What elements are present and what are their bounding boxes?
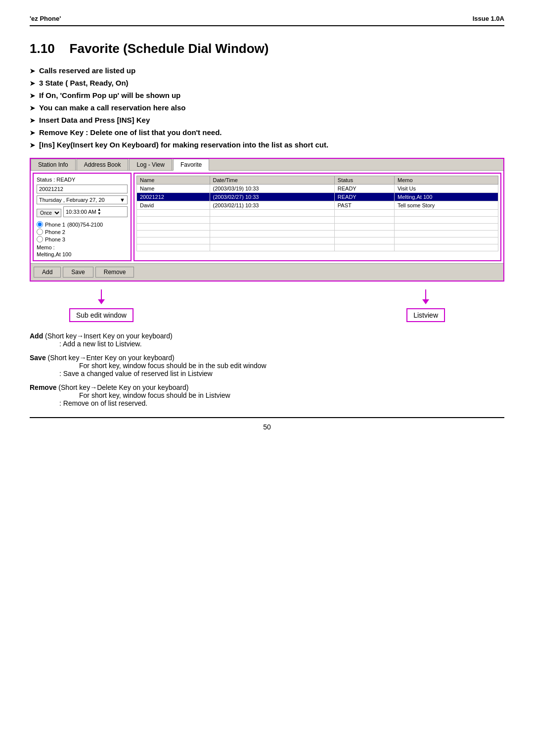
bullet-item-7: [Ins] Key(Insert key On Keyboard) for ma… xyxy=(30,141,504,149)
cell-memo: Melting,At 100 xyxy=(394,193,498,201)
cell-memo: Visit Us xyxy=(394,185,498,193)
section-number: 1.10 xyxy=(30,41,55,56)
time-spinner[interactable]: ▲▼ xyxy=(97,208,101,216)
cell-status: PAST xyxy=(334,201,394,210)
once-select[interactable]: Once xyxy=(37,209,61,217)
desc-add-line1: : Add a new list to Listview. xyxy=(30,340,504,348)
radio-group: Phone 1 (800)754-2100 Phone 2 Phone 3 xyxy=(37,221,128,242)
desc-add: Add (Short key→Insert Key on your keyboa… xyxy=(30,332,504,348)
bullet-list: Calls reserved are listed up 3 State ( P… xyxy=(30,66,504,149)
radio-phone1[interactable]: Phone 1 (800)754-2100 xyxy=(37,221,128,228)
desc-save-line1: For short key, window focus should be in… xyxy=(30,362,504,370)
bullet-item-4: You can make a call reservation here als… xyxy=(30,103,504,112)
sub-edit-label: Sub edit window xyxy=(69,308,134,322)
bullet-item-1: Calls reserved are listed up xyxy=(30,66,504,75)
remove-button[interactable]: Remove xyxy=(95,267,134,278)
left-panel: Status : READY Thursday , February 27, 2… xyxy=(33,173,132,261)
radio-phone3[interactable]: Phone 3 xyxy=(37,236,128,242)
section-heading: Favorite (Schedule Dial Window) xyxy=(70,41,269,56)
phone1-radio[interactable] xyxy=(37,221,43,228)
page-number: 50 xyxy=(30,423,504,431)
cell-status: READY xyxy=(334,193,394,201)
diagram-container: Station Info Address Book Log - View Fav… xyxy=(30,158,504,282)
desc-add-shortkey: (Short key→Insert Key on your keyboard) xyxy=(45,332,173,340)
phone2-radio[interactable] xyxy=(37,229,43,235)
phone3-label: Phone 3 xyxy=(45,236,65,242)
phone3-radio[interactable] xyxy=(37,236,43,242)
desc-remove-shortkey: (Short key→Delete Key on your keyboard) xyxy=(58,383,188,391)
add-button[interactable]: Add xyxy=(34,267,61,278)
desc-remove: Remove (Short key→Delete Key on your key… xyxy=(30,383,504,407)
table-row-empty xyxy=(137,217,498,224)
bullet-item-2: 3 State ( Past, Ready, On) xyxy=(30,79,504,87)
table-header-row: Name Date/Time Status Memo xyxy=(137,176,498,185)
col-status: Status xyxy=(334,176,394,185)
radio-phone2[interactable]: Phone 2 xyxy=(37,229,128,235)
desc-save-shortkey: (Short key→Enter Key on your keyboard) xyxy=(48,354,175,362)
date-text: Thursday , February 27, 20 xyxy=(39,197,105,203)
bullet-item-3: If On, 'Confirm Pop up' will be shown up xyxy=(30,91,504,99)
date-field: Thursday , February 27, 20 ▼ xyxy=(37,195,128,204)
cell-name: David xyxy=(137,201,210,210)
phone-number-input[interactable] xyxy=(37,185,128,193)
desc-remove-key: Remove xyxy=(30,383,56,391)
table-row[interactable]: 20021212(2003/02/27) 10:33READYMelting,A… xyxy=(137,193,498,201)
cell-name: Name xyxy=(137,185,210,193)
diagram-body: Status : READY Thursday , February 27, 2… xyxy=(31,171,503,263)
list-table: Name Date/Time Status Memo Name(2003/03/… xyxy=(136,176,498,251)
desc-save-key: Save xyxy=(30,354,46,362)
header-right: Issue 1.0A xyxy=(473,15,504,22)
bullet-item-5: Insert Data and Press [INS] Key xyxy=(30,116,504,124)
table-row[interactable]: Name(2003/03/19) 10:33READYVisit Us xyxy=(137,185,498,193)
status-bar: Status : READY xyxy=(37,177,128,183)
sub-edit-annotation: Sub edit window xyxy=(69,289,134,322)
cell-memo: Tell some Story xyxy=(394,201,498,210)
listview-annotation: Listview xyxy=(406,289,445,322)
desc-remove-line2: : Remove on of list reserved. xyxy=(30,399,504,407)
time-text: 10:33:00 AM xyxy=(66,209,96,215)
table-row-empty xyxy=(137,224,498,231)
tab-address-book[interactable]: Address Book xyxy=(77,159,129,170)
bullet-item-6: Remove Key : Delete one of list that you… xyxy=(30,128,504,137)
col-memo: Memo xyxy=(394,176,498,185)
save-button[interactable]: Save xyxy=(63,267,93,278)
dropdown-icon[interactable]: ▼ xyxy=(120,197,125,203)
tab-log-view[interactable]: Log - View xyxy=(129,159,172,170)
header-left: 'ez Phone' xyxy=(30,15,61,22)
table-row-empty xyxy=(137,237,498,244)
buttons-row: Add Save Remove xyxy=(31,263,503,281)
memo-value: Melting,At 100 xyxy=(37,251,128,257)
time-field: 10:33:00 AM ▲▼ xyxy=(63,206,128,217)
phone1-label: Phone 1 xyxy=(45,222,65,228)
table-row-empty xyxy=(137,210,498,217)
table-row[interactable]: David(2003/02/11) 10:33PASTTell some Sto… xyxy=(137,201,498,210)
col-datetime: Date/Time xyxy=(210,176,334,185)
cell-name: 20021212 xyxy=(137,193,210,201)
phone2-label: Phone 2 xyxy=(45,229,65,235)
desc-save: Save (Short key→Enter Key on your keyboa… xyxy=(30,354,504,378)
tabs-bar: Station Info Address Book Log - View Fav… xyxy=(31,159,503,171)
tab-favorite[interactable]: Favorite xyxy=(173,159,209,171)
desc-save-line2: : Save a changed value of reserved list … xyxy=(30,370,504,378)
cell-datetime: (2003/03/19) 10:33 xyxy=(210,185,334,193)
desc-remove-line1: For short key, window focus should be in… xyxy=(30,391,504,399)
desc-add-key: Add xyxy=(30,332,43,340)
table-row-empty xyxy=(137,231,498,237)
memo-label: Memo : xyxy=(37,244,128,250)
cell-datetime: (2003/02/27) 10:33 xyxy=(210,193,334,201)
cell-status: READY xyxy=(334,185,394,193)
phone1-number: (800)754-2100 xyxy=(67,222,103,228)
cell-datetime: (2003/02/11) 10:33 xyxy=(210,201,334,210)
descriptions: Add (Short key→Insert Key on your keyboa… xyxy=(30,332,504,407)
col-name: Name xyxy=(137,176,210,185)
table-row-empty xyxy=(137,244,498,251)
right-panel: Name Date/Time Status Memo Name(2003/03/… xyxy=(134,173,501,261)
tab-station-info[interactable]: Station Info xyxy=(31,159,76,170)
listview-label: Listview xyxy=(406,308,445,322)
